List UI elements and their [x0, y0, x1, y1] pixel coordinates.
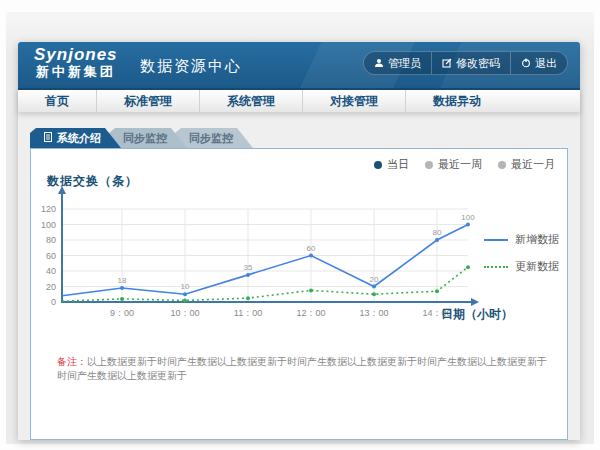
- screenshot-stage: Synjones 新中新集团 数据资源中心 管理员 修改密码: [0, 0, 600, 450]
- legend-updated-data[interactable]: 更新数据: [484, 259, 559, 274]
- svg-text:120: 120: [41, 204, 56, 214]
- footnote: 备注：以上数据更新于时间产生数据以上数据更新于时间产生数据以上数据更新于时间产生…: [57, 355, 547, 383]
- user-menu-logout-label: 退出: [535, 56, 557, 71]
- chart-legend: 新增数据 更新数据: [484, 232, 559, 274]
- svg-text:10：00: 10：00: [170, 308, 199, 318]
- nav-item-home[interactable]: 首页: [18, 90, 97, 112]
- app-window: Synjones 新中新集团 数据资源中心 管理员 修改密码: [18, 42, 580, 440]
- line-chart: 9：0010：0011：0012：0013：0014：0002040608010…: [32, 185, 492, 325]
- svg-text:10: 10: [181, 282, 190, 291]
- svg-text:0: 0: [51, 297, 56, 307]
- svg-text:100: 100: [41, 220, 56, 230]
- dotted-line-icon: [484, 266, 508, 268]
- user-menu-admin[interactable]: 管理员: [364, 52, 431, 74]
- svg-text:9：00: 9：00: [110, 308, 134, 318]
- edit-icon: [442, 58, 452, 68]
- logo-text-en: Synjones: [34, 46, 118, 65]
- user-menu-admin-label: 管理员: [388, 56, 421, 71]
- tab-sync-monitor-1[interactable]: 同步监控: [109, 128, 187, 148]
- svg-text:20: 20: [46, 282, 56, 292]
- logo-text-cn: 新中新集团: [34, 65, 118, 79]
- svg-text:13：00: 13：00: [359, 308, 388, 318]
- x-axis-title: 日期（小时）: [441, 306, 513, 323]
- legend-updated-data-label: 更新数据: [515, 259, 559, 274]
- tab-system-intro-label: 系统介绍: [57, 128, 101, 148]
- radio-last-week[interactable]: 最近一周: [425, 157, 482, 172]
- radio-dot-icon: [374, 161, 382, 169]
- svg-text:80: 80: [46, 235, 56, 245]
- svg-text:80: 80: [433, 228, 442, 237]
- radio-today-label: 当日: [387, 157, 409, 172]
- company-logo: Synjones 新中新集团: [34, 46, 118, 79]
- svg-text:60: 60: [46, 251, 56, 261]
- tab-bar: 系统介绍 同步监控 同步监控: [30, 128, 241, 148]
- user-menu-logout[interactable]: 退出: [510, 52, 567, 74]
- svg-text:60: 60: [307, 244, 316, 253]
- svg-text:20: 20: [370, 275, 379, 284]
- legend-new-data-label: 新增数据: [515, 232, 559, 247]
- user-menu-change-password-label: 修改密码: [456, 56, 500, 71]
- document-icon: [44, 128, 52, 148]
- radio-today[interactable]: 当日: [374, 157, 409, 172]
- svg-text:18: 18: [118, 276, 127, 285]
- user-icon: [374, 58, 384, 68]
- legend-new-data[interactable]: 新增数据: [484, 232, 559, 247]
- tab-system-intro[interactable]: 系统介绍: [30, 128, 121, 148]
- content-panel: 当日 最近一周 最近一月 数据交换（条） 9：0010：0011：0012：00…: [30, 148, 568, 440]
- svg-text:12：00: 12：00: [296, 308, 325, 318]
- nav-item-standard-mgmt[interactable]: 标准管理: [97, 90, 200, 112]
- time-range-filter: 当日 最近一周 最近一月: [374, 157, 555, 172]
- user-menu: 管理员 修改密码 退出: [363, 51, 568, 75]
- nav-item-data-change[interactable]: 数据异动: [406, 90, 508, 112]
- tab-sync-monitor-1-label: 同步监控: [123, 128, 167, 148]
- footnote-label: 备注：: [57, 356, 87, 367]
- footnote-text: 以上数据更新于时间产生数据以上数据更新于时间产生数据以上数据更新于时间产生数据以…: [57, 356, 547, 381]
- radio-dot-icon: [498, 161, 506, 169]
- nav-item-interface-mgmt[interactable]: 对接管理: [303, 90, 406, 112]
- solid-line-icon: [484, 239, 508, 241]
- radio-last-week-label: 最近一周: [438, 157, 482, 172]
- radio-last-month[interactable]: 最近一月: [498, 157, 555, 172]
- svg-text:11：00: 11：00: [234, 308, 262, 318]
- radio-last-month-label: 最近一月: [511, 157, 555, 172]
- page-title: 数据资源中心: [140, 57, 242, 76]
- nav-item-system-mgmt[interactable]: 系统管理: [200, 90, 303, 112]
- svg-text:100: 100: [461, 213, 475, 222]
- tab-sync-monitor-2[interactable]: 同步监控: [175, 128, 253, 148]
- app-header: Synjones 新中新集团 数据资源中心 管理员 修改密码: [18, 42, 580, 88]
- user-menu-change-password[interactable]: 修改密码: [431, 52, 510, 74]
- logout-icon: [521, 58, 531, 68]
- radio-dot-icon: [425, 161, 433, 169]
- main-nav: 首页 标准管理 系统管理 对接管理 数据异动: [18, 88, 580, 112]
- svg-text:35: 35: [244, 263, 253, 272]
- svg-text:40: 40: [46, 266, 56, 276]
- tab-sync-monitor-2-label: 同步监控: [189, 128, 233, 148]
